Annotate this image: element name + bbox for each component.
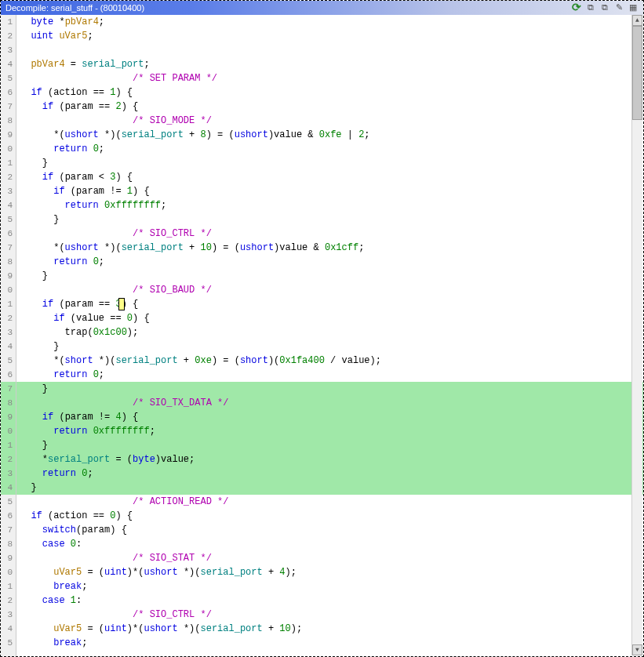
code-line[interactable]: *serial_port = (byte)value; bbox=[16, 452, 643, 466]
code-line[interactable]: if (param == 3) { bbox=[16, 297, 643, 311]
code-line[interactable]: return 0; bbox=[16, 368, 643, 382]
code-token bbox=[20, 228, 133, 239]
line-number: 9 bbox=[1, 128, 16, 142]
code-token: != bbox=[93, 412, 116, 423]
code-token: serial_port bbox=[115, 355, 177, 366]
code-token: pbVar4 bbox=[65, 16, 99, 27]
code-line[interactable]: return 0; bbox=[16, 255, 643, 269]
code-token bbox=[20, 45, 31, 56]
code-line[interactable]: /* SIO_MODE */ bbox=[16, 114, 643, 128]
code-line[interactable]: uVar5 = (uint)*(ushort *)(serial_port + … bbox=[16, 565, 643, 579]
code-line[interactable]: /* SIO_TX_DATA */ bbox=[16, 396, 643, 410]
code-token: ( bbox=[53, 412, 64, 423]
code-line[interactable] bbox=[16, 43, 643, 57]
line-number: 2 bbox=[1, 29, 16, 43]
code-line[interactable]: return 0xffffffff; bbox=[16, 198, 643, 212]
code-token: == bbox=[104, 313, 127, 324]
code-view[interactable]: byte *pbVar4; uint uVar5; pbVar4 = seria… bbox=[16, 15, 643, 656]
code-token bbox=[20, 412, 42, 423]
code-token: byte bbox=[31, 16, 53, 27]
code-line[interactable]: if (param == 2) { bbox=[16, 100, 643, 114]
code-line[interactable]: trap(0x1c00); bbox=[16, 325, 643, 339]
code-token: ushort bbox=[65, 129, 99, 140]
code-line[interactable]: /* SIO_CTRL */ bbox=[16, 608, 643, 622]
code-line[interactable]: } bbox=[16, 269, 643, 283]
code-line[interactable]: } bbox=[16, 156, 643, 170]
code-line[interactable]: if (value == 0) { bbox=[16, 311, 643, 325]
line-number: 2 bbox=[1, 311, 16, 325]
code-line[interactable]: } bbox=[16, 212, 643, 227]
code-line[interactable]: case 0: bbox=[16, 537, 643, 551]
code-token: 0x1fa400 bbox=[279, 355, 325, 366]
code-token: break bbox=[53, 637, 82, 648]
edit-icon[interactable]: ✎ bbox=[613, 2, 624, 13]
code-line[interactable]: /* SET PARAM */ bbox=[16, 71, 643, 85]
code-token: == bbox=[93, 101, 116, 112]
code-token: 0 bbox=[93, 143, 99, 154]
code-token: case bbox=[42, 595, 65, 606]
code-token: == bbox=[93, 299, 116, 310]
code-line[interactable]: pbVar4 = serial_port; bbox=[16, 57, 643, 71]
code-line[interactable]: } bbox=[16, 481, 643, 495]
code-line[interactable]: if (param < 3) { bbox=[16, 170, 643, 184]
line-number: 3 bbox=[1, 184, 16, 198]
code-line[interactable]: switch(param) { bbox=[16, 523, 643, 537]
code-line[interactable]: } bbox=[16, 438, 643, 452]
line-number: 1 bbox=[1, 297, 16, 311]
code-line[interactable]: *(ushort *)(serial_port + 8) = (ushort)v… bbox=[16, 128, 643, 142]
code-line[interactable]: } bbox=[16, 339, 643, 354]
code-line[interactable]: if (action == 0) { bbox=[16, 509, 643, 523]
code-token: *)( bbox=[178, 623, 201, 634]
code-line[interactable]: *(short *)(serial_port + 0xe) = (short)(… bbox=[16, 354, 643, 368]
code-line[interactable]: if (param != 4) { bbox=[16, 410, 643, 424]
line-number: 2 bbox=[1, 170, 16, 184]
scroll-thumb[interactable] bbox=[632, 26, 642, 120]
code-line[interactable]: if (param != 1) { bbox=[16, 184, 643, 198]
code-token: if bbox=[53, 186, 64, 197]
code-line[interactable]: *(ushort *)(serial_port + 10) = (ushort)… bbox=[16, 241, 643, 255]
code-line[interactable]: /* SIO_BAUD */ bbox=[16, 283, 643, 297]
code-token: ) { bbox=[133, 313, 150, 324]
line-number: 3 bbox=[1, 466, 16, 481]
refresh-icon[interactable]: ⟳ bbox=[571, 2, 582, 13]
code-token: / bbox=[325, 355, 342, 366]
code-line[interactable]: /* ACTION_READ */ bbox=[16, 495, 643, 509]
code-token: + bbox=[184, 129, 201, 140]
code-line[interactable]: } bbox=[16, 382, 643, 396]
code-line[interactable]: break; bbox=[16, 636, 643, 650]
code-token: } bbox=[20, 341, 59, 352]
code-token: /* SIO_STAT */ bbox=[133, 553, 212, 564]
code-token bbox=[20, 397, 133, 408]
code-line[interactable]: return 0; bbox=[16, 142, 643, 156]
snapshot-icon[interactable]: ⧉ bbox=[599, 2, 610, 13]
scroll-down-button[interactable]: ▼ bbox=[632, 644, 642, 655]
code-token: ( bbox=[53, 172, 64, 183]
code-line[interactable]: if (action == 1) { bbox=[16, 85, 643, 100]
code-line[interactable]: return 0xffffffff; bbox=[16, 424, 643, 438]
line-number: 6 bbox=[1, 227, 16, 241]
code-line[interactable]: return 0; bbox=[16, 466, 643, 481]
code-token: *)( bbox=[93, 355, 116, 366]
code-line[interactable]: case 1: bbox=[16, 593, 643, 608]
code-token: /* SIO_TX_DATA */ bbox=[133, 397, 228, 408]
code-token: 0x1c00 bbox=[93, 327, 127, 338]
code-token: 8 bbox=[200, 129, 206, 140]
code-token: } bbox=[20, 383, 48, 394]
code-token bbox=[20, 637, 53, 648]
scroll-up-button[interactable]: ▲ bbox=[632, 15, 642, 26]
line-number: 0 bbox=[1, 142, 16, 156]
copy-icon[interactable]: ⧉ bbox=[585, 2, 596, 13]
code-line[interactable]: break; bbox=[16, 579, 643, 593]
code-token: if bbox=[42, 101, 53, 112]
code-token: ; bbox=[87, 31, 93, 42]
code-line[interactable]: uint uVar5; bbox=[16, 29, 643, 43]
line-number: 6 bbox=[1, 509, 16, 523]
code-token: ( bbox=[53, 101, 64, 112]
code-line[interactable]: /* SIO_STAT */ bbox=[16, 551, 643, 565]
code-line[interactable]: uVar5 = (uint)*(ushort *)(serial_port + … bbox=[16, 622, 643, 636]
menu-icon[interactable]: ▦ bbox=[628, 2, 639, 13]
code-line[interactable]: byte *pbVar4; bbox=[16, 15, 643, 29]
vertical-scrollbar[interactable]: ▲ ▼ bbox=[631, 15, 642, 655]
code-token bbox=[20, 623, 53, 634]
code-line[interactable]: /* SIO_CTRL */ bbox=[16, 227, 643, 241]
